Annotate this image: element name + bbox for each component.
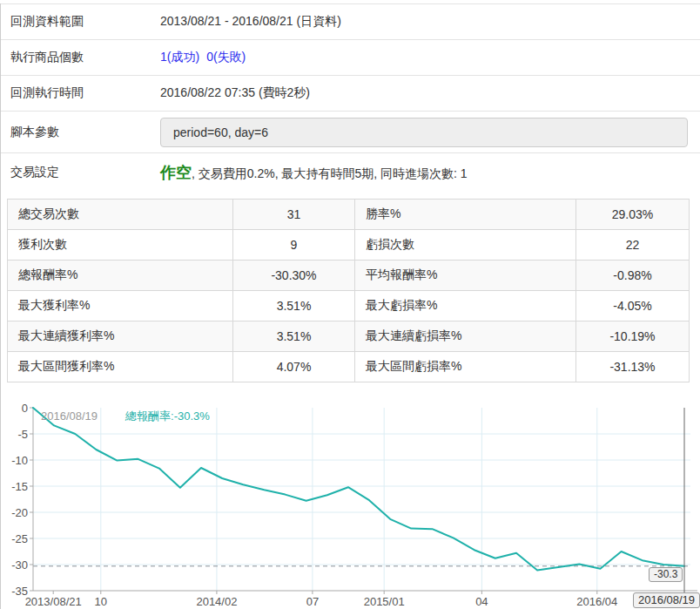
- y-tick-label: -30: [11, 558, 28, 572]
- annotation-series-value: 總報酬率:-30.3%: [125, 409, 210, 423]
- stats-row: 總交易次數31勝率%29.03%: [8, 200, 690, 230]
- stat-value: 29.03%: [576, 200, 690, 230]
- success-count-link[interactable]: 1(成功): [160, 50, 199, 64]
- stat-label: 最大區間獲利率%: [8, 352, 233, 382]
- stat-value: -30.30%: [233, 261, 355, 291]
- x-tick-label: 10: [95, 595, 107, 608]
- stat-label: 勝率%: [355, 200, 576, 230]
- stat-value: -31.13%: [576, 352, 690, 382]
- equity-curve-chart[interactable]: 0-5-10-15-20-25-30-352013/08/21102014/02…: [1, 396, 700, 609]
- annotation-date: 2016/08/19: [41, 409, 98, 423]
- info-row-instrument-count: 執行商品個數1(成功)0(失敗): [1, 39, 700, 75]
- info-value-script-params: period=60, day=6: [160, 118, 688, 147]
- stat-value: -4.05%: [576, 291, 690, 321]
- info-value-instrument-count: 1(成功)0(失敗): [160, 50, 252, 65]
- info-row-trade-settings: 交易設定作空, 交易費用0.2%, 最大持有時間5期, 同時進場次數: 1: [1, 152, 700, 192]
- stat-value: -0.98%: [576, 261, 690, 291]
- x-tick-label: 2014/02: [196, 595, 237, 608]
- stat-label: 最大獲利率%: [8, 291, 233, 321]
- stat-label: 最大連續虧損率%: [355, 321, 576, 352]
- stats-row: 總報酬率%-30.30%平均報酬率%-0.98%: [8, 261, 690, 291]
- backtest-info-section: 回測資料範圍2013/08/21 - 2016/08/21 (日資料)執行商品個…: [1, 3, 700, 192]
- equity-curve-svg[interactable]: 0-5-10-15-20-25-30-352013/08/21102014/02…: [1, 396, 700, 609]
- stat-value: 3.51%: [233, 321, 355, 352]
- stat-label: 虧損次數: [355, 230, 576, 261]
- crosshair-value-tooltip: -30.3: [649, 567, 683, 582]
- stats-row: 獲利次數9虧損次數22: [8, 230, 690, 261]
- stat-label: 平均報酬率%: [355, 261, 576, 291]
- fail-count-link[interactable]: 0(失敗): [206, 50, 246, 64]
- y-tick-label: -5: [17, 428, 28, 441]
- info-label-data-range: 回測資料範圍: [10, 14, 160, 30]
- stat-label: 總交易次數: [8, 200, 233, 230]
- stat-label: 總報酬率%: [8, 261, 233, 291]
- stats-row: 最大區間獲利率%4.07%最大區間虧損率%-31.13%: [8, 352, 690, 382]
- script-params-box: period=60, day=6: [160, 118, 688, 147]
- backtest-report-page: 回測資料範圍2013/08/21 - 2016/08/21 (日資料)執行商品個…: [0, 3, 700, 609]
- stat-value: 4.07%: [233, 352, 355, 382]
- stat-value: -10.19%: [576, 321, 690, 352]
- y-tick-label: -20: [11, 506, 28, 519]
- stats-row: 最大連續獲利率%3.51%最大連續虧損率%-10.19%: [8, 321, 690, 352]
- y-tick-label: -25: [11, 532, 28, 545]
- stat-value: 9: [233, 230, 355, 261]
- equity-series-line: [33, 408, 684, 571]
- stat-label: 最大虧損率%: [355, 291, 576, 321]
- x-tick-label: 04: [475, 595, 488, 608]
- stat-label: 獲利次數: [8, 230, 233, 261]
- info-value-data-range: 2013/08/21 - 2016/08/21 (日資料): [160, 14, 341, 30]
- chart-hover-annotation: 2016/08/19總報酬率:-30.3%: [41, 409, 210, 424]
- y-tick-label: -10: [11, 454, 28, 467]
- stats-row: 最大獲利率%3.51%最大虧損率%-4.05%: [8, 291, 690, 321]
- info-label-instrument-count: 執行商品個數: [10, 50, 160, 65]
- stat-value: 3.51%: [233, 291, 355, 321]
- x-tick-label: 2015/01: [364, 595, 405, 608]
- info-label-trade-settings: 交易設定: [10, 165, 160, 180]
- info-row-exec-time: 回測執行時間2016/08/22 07:35 (費時2秒): [1, 75, 700, 111]
- x-tick-label: 07: [306, 595, 319, 608]
- crosshair-date-tooltip: 2016/08/19: [633, 592, 700, 608]
- stat-value: 31: [233, 200, 355, 230]
- trade-settings-text: , 交易費用0.2%, 最大持有時間5期, 同時進場次數: 1: [192, 166, 468, 180]
- info-row-script-params: 腳本參數period=60, day=6: [1, 111, 700, 152]
- info-label-script-params: 腳本參數: [10, 125, 160, 140]
- y-tick-label: 0: [22, 402, 28, 415]
- x-tick-label: 2016/04: [576, 595, 617, 608]
- x-tick-label: 2013/08/21: [25, 595, 82, 608]
- y-tick-label: -15: [11, 480, 28, 493]
- trade-direction-badge: 作空: [160, 164, 192, 181]
- info-value-trade-settings: 作空, 交易費用0.2%, 最大持有時間5期, 同時進場次數: 1: [160, 162, 468, 183]
- info-label-exec-time: 回測執行時間: [10, 85, 160, 101]
- info-value-exec-time: 2016/08/22 07:35 (費時2秒): [160, 85, 310, 101]
- stat-value: 22: [576, 230, 690, 261]
- stats-table: 總交易次數31勝率%29.03%獲利次數9虧損次數22總報酬率%-30.30%平…: [7, 199, 690, 382]
- info-row-data-range: 回測資料範圍2013/08/21 - 2016/08/21 (日資料): [1, 3, 700, 39]
- stat-label: 最大連續獲利率%: [8, 321, 233, 352]
- stat-label: 最大區間虧損率%: [355, 352, 576, 382]
